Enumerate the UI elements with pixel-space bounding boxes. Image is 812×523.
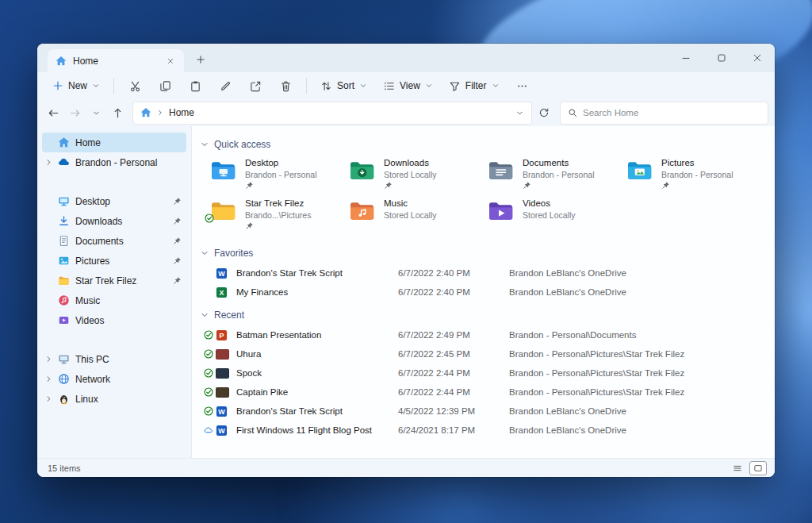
file-row[interactable]: Captain Pike 6/7/2022 2:44 PM Brandon - … xyxy=(201,383,768,402)
section-header-quick-access[interactable]: Quick access xyxy=(200,136,768,153)
tile-name: Desktop xyxy=(245,158,316,169)
recent-locations-button[interactable] xyxy=(86,102,106,123)
search-box[interactable] xyxy=(560,102,768,125)
minimize-button[interactable] xyxy=(668,44,703,72)
new-button[interactable]: New xyxy=(45,75,107,97)
tile-subtitle: Stored Locally xyxy=(523,210,576,221)
close-icon xyxy=(752,52,763,63)
sidebar-item-label: Videos xyxy=(75,315,183,326)
sidebar-item-this-pc[interactable]: This PC xyxy=(42,349,186,369)
sidebar-item-music[interactable]: Music xyxy=(42,290,186,310)
tab-close-button[interactable] xyxy=(163,54,178,68)
file-date: 6/7/2022 2:49 PM xyxy=(398,330,509,340)
sidebar-spacer xyxy=(42,330,186,349)
copy-icon xyxy=(159,80,171,92)
new-tab-button[interactable] xyxy=(190,49,211,70)
view-button[interactable]: View xyxy=(376,75,440,97)
tile-name: Downloads xyxy=(384,158,437,169)
file-row[interactable]: Brandon's Star Trek Script 4/5/2022 12:3… xyxy=(201,402,768,421)
file-row[interactable]: Brandon's Star Trek Script 6/7/2022 2:40… xyxy=(201,263,768,283)
share-button[interactable] xyxy=(241,75,270,97)
sidebar-item-label: Home xyxy=(75,137,183,148)
close-button[interactable] xyxy=(739,44,775,72)
details-view-toggle[interactable] xyxy=(729,461,746,475)
file-location: Brandon LeBlanc's OneDrive xyxy=(509,268,768,278)
quick-access-tile-pictures[interactable]: Pictures Brandon - Personal xyxy=(626,158,760,194)
address-dropdown-icon[interactable] xyxy=(515,109,524,117)
cut-button[interactable] xyxy=(121,75,149,97)
breadcrumb-bar[interactable]: Home xyxy=(132,102,532,125)
quick-access-tile-music[interactable]: Music Stored Locally xyxy=(349,198,482,235)
view-list-icon xyxy=(383,80,395,92)
forward-button[interactable] xyxy=(65,102,85,123)
sidebar-item-downloads[interactable]: Downloads xyxy=(42,211,186,231)
quick-access-tile-videos[interactable]: Videos Stored Locally xyxy=(488,198,621,235)
file-row[interactable]: Uhura 6/7/2022 2:45 PM Brandon - Persona… xyxy=(201,344,768,363)
maximize-button[interactable] xyxy=(703,44,739,72)
downloads-icon xyxy=(55,215,72,227)
search-input[interactable] xyxy=(583,108,760,117)
breadcrumb-segment[interactable]: Home xyxy=(169,107,194,118)
file-name: Spock xyxy=(236,368,398,378)
sidebar-item-label: Pictures xyxy=(75,256,170,267)
copy-button[interactable] xyxy=(151,75,179,97)
chevron-down-icon xyxy=(200,248,209,258)
sidebar-item-linux[interactable]: Linux xyxy=(42,389,186,409)
file-row[interactable]: My Finances 6/7/2022 2:40 PM Brandon LeB… xyxy=(201,283,768,302)
onedrive-icon xyxy=(55,156,72,168)
up-button[interactable] xyxy=(108,102,128,123)
refresh-button[interactable] xyxy=(534,102,553,123)
sidebar-item-documents[interactable]: Documents xyxy=(42,231,186,251)
quick-access-grid: Desktop Brandon - Personal Downloads Sto… xyxy=(210,158,768,235)
file-location: Brandon LeBlanc's OneDrive xyxy=(509,287,768,297)
file-date: 6/7/2022 2:44 PM xyxy=(398,368,509,378)
chevron-right-icon[interactable] xyxy=(42,394,55,403)
paste-button[interactable] xyxy=(181,75,209,97)
filter-button[interactable]: Filter xyxy=(442,75,507,97)
plus-icon xyxy=(196,55,205,64)
arrow-right-icon xyxy=(69,107,81,119)
address-bar: Home xyxy=(37,99,775,126)
tile-name: Pictures xyxy=(661,158,733,169)
file-row[interactable]: Batman Presentation 6/7/2022 2:49 PM Bra… xyxy=(201,325,768,344)
item-count: 15 items xyxy=(48,463,81,473)
new-button-label: New xyxy=(68,80,87,91)
clipboard-icon xyxy=(190,80,201,92)
sync-status-icon xyxy=(201,387,216,397)
back-button[interactable] xyxy=(44,102,63,123)
view-button-label: View xyxy=(400,80,420,91)
recent-list: Batman Presentation 6/7/2022 2:49 PM Bra… xyxy=(201,325,768,440)
sync-status-icon xyxy=(201,330,216,340)
chevron-right-icon[interactable] xyxy=(42,375,55,383)
large-icons-view-toggle[interactable] xyxy=(749,461,767,475)
file-row[interactable]: First Windows 11 Flight Blog Post 6/24/2… xyxy=(201,421,768,440)
rename-button[interactable] xyxy=(211,75,239,97)
sort-button[interactable]: Sort xyxy=(313,75,374,97)
arrow-left-icon xyxy=(48,107,59,119)
section-header-recent[interactable]: Recent xyxy=(200,306,768,324)
quick-access-tile-documents[interactable]: Documents Brandon - Personal xyxy=(488,158,621,194)
sidebar-item-star-trek-filez[interactable]: Star Trek Filez xyxy=(42,271,186,290)
delete-button[interactable] xyxy=(271,75,300,97)
chevron-right-icon[interactable] xyxy=(42,158,55,167)
pin-icon xyxy=(170,237,183,245)
document-icon xyxy=(55,235,72,247)
section-header-favorites[interactable]: Favorites xyxy=(200,244,768,262)
sidebar-item-onedrive-personal[interactable]: Brandon - Personal xyxy=(42,152,186,172)
desktop-wallpaper: Home xyxy=(0,0,812,523)
sidebar-item-pictures[interactable]: Pictures xyxy=(42,251,186,271)
file-row[interactable]: Spock 6/7/2022 2:44 PM Brandon - Persona… xyxy=(201,363,768,383)
more-options-button[interactable] xyxy=(508,75,537,97)
chevron-right-icon[interactable] xyxy=(42,355,55,363)
file-location: Brandon - Personal\Pictures\Star Trek Fi… xyxy=(509,368,768,378)
sidebar-item-home[interactable]: Home xyxy=(42,133,186,152)
sidebar-item-network[interactable]: Network xyxy=(42,369,186,389)
sort-icon xyxy=(320,80,332,92)
quick-access-tile-star-trek-filez[interactable]: Star Trek Filez Brando...\Pictures xyxy=(210,198,343,235)
quick-access-tile-desktop[interactable]: Desktop Brandon - Personal xyxy=(210,158,343,194)
sidebar-item-desktop[interactable]: Desktop xyxy=(42,191,186,211)
file-location: Brandon - Personal\Documents xyxy=(509,330,768,340)
sidebar-item-videos[interactable]: Videos xyxy=(42,310,186,330)
quick-access-tile-downloads[interactable]: Downloads Stored Locally xyxy=(349,158,482,194)
tab-home[interactable]: Home xyxy=(48,49,184,72)
